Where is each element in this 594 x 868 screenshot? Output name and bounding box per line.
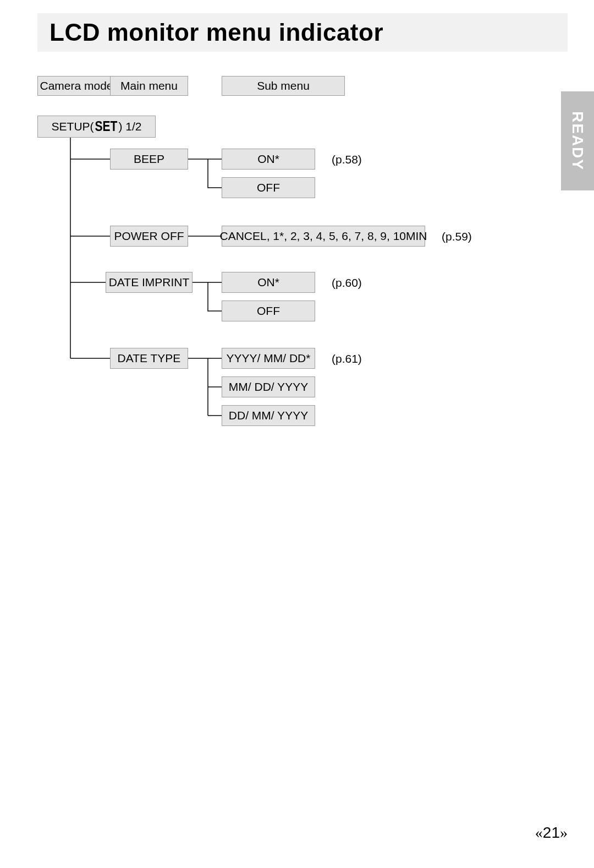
page-number-value: 21 — [543, 824, 560, 841]
page-number: «21» — [0, 824, 568, 842]
page-title: LCD monitor menu indicator — [50, 19, 383, 46]
page-bracket-right: » — [560, 824, 568, 841]
section-tab-label: READY — [569, 111, 586, 171]
page-bracket-left: « — [535, 824, 543, 841]
menu-diagram: Camera mode Main menu Sub menu SETUP( SE… — [37, 72, 532, 457]
section-tab-ready: READY — [561, 91, 594, 190]
connector-lines — [37, 72, 532, 457]
page-title-bar: LCD monitor menu indicator — [37, 13, 568, 52]
